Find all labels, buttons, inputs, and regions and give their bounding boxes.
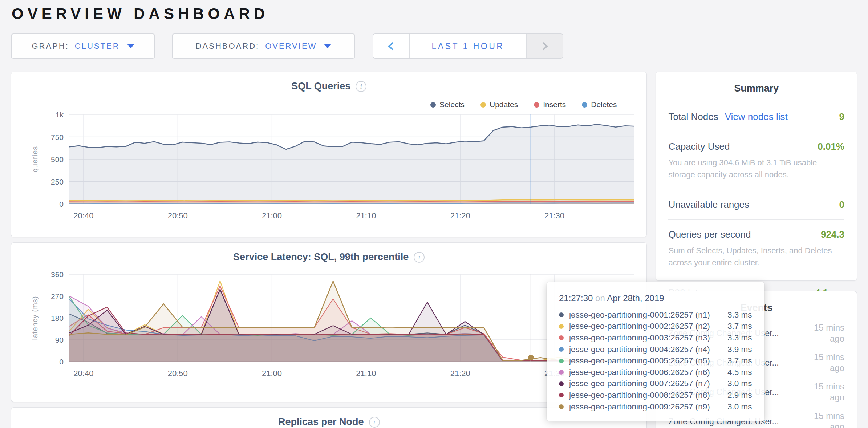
svg-text:20:40: 20:40 [73, 369, 93, 378]
node-latency-value: 2.9 ms [727, 391, 752, 400]
unavailable-ranges-label: Unavailable ranges [668, 199, 749, 210]
svg-text:250: 250 [51, 178, 64, 186]
tooltip-node-row: jesse-geo-partitioning-0001:26257 (n1)3.… [559, 309, 764, 321]
chart-title: Replicas per Node [278, 416, 364, 427]
node-color-dot-icon [559, 381, 564, 386]
svg-text:20:40: 20:40 [73, 211, 93, 220]
chevron-down-icon [127, 44, 134, 48]
svg-text:270: 270 [51, 292, 64, 300]
legend-item[interactable]: Deletes [582, 100, 617, 109]
dashboard-dropdown[interactable]: DASHBOARD: OVERVIEW [172, 33, 355, 59]
legend-item[interactable]: Updates [480, 100, 518, 109]
svg-text:latency (ms): latency (ms) [31, 296, 39, 340]
graph-dropdown-value: CLUSTER [75, 41, 120, 51]
svg-text:20:50: 20:50 [168, 369, 188, 378]
node-color-dot-icon [559, 312, 564, 317]
chevron-right-icon [540, 42, 548, 51]
info-icon[interactable]: i [369, 417, 380, 428]
chart-title: Service Latency: SQL, 99th percentile [233, 251, 409, 262]
time-prev-button[interactable] [373, 34, 410, 58]
controls-bar: GRAPH: CLUSTER DASHBOARD: OVERVIEW LAST … [11, 33, 868, 59]
legend-item[interactable]: Inserts [534, 100, 566, 109]
legend-label: Selects [439, 100, 465, 109]
unavailable-ranges-value: 0 [839, 199, 844, 210]
node-name: jesse-geo-partitioning-0007:26257 (n7) [569, 379, 727, 388]
tooltip-node-row: jesse-geo-partitioning-0006:26257 (n6)4.… [559, 367, 764, 378]
node-latency-value: 3.3 ms [727, 310, 752, 320]
graph-dropdown[interactable]: GRAPH: CLUSTER [11, 33, 155, 59]
sql-queries-chart-card: SQL Queriesi SelectsUpdatesInsertsDelete… [11, 72, 647, 237]
legend-dot-icon [480, 102, 486, 108]
time-window-selector: LAST 1 HOUR [373, 33, 563, 59]
node-color-dot-icon [559, 404, 564, 409]
node-latency-value: 3.3 ms [727, 333, 752, 343]
tooltip-node-row: jesse-geo-partitioning-0002:26257 (n2)3.… [559, 321, 764, 332]
legend-item[interactable]: Selects [430, 100, 465, 109]
node-name: jesse-geo-partitioning-0001:26257 (n1) [569, 310, 727, 320]
queries-per-second-label: Queries per second [668, 229, 751, 240]
sql-queries-legend: SelectsUpdatesInsertsDeletes [430, 100, 617, 109]
event-time: 15 mins ago [797, 411, 844, 428]
dashboard-dropdown-value: OVERVIEW [265, 41, 317, 51]
svg-text:500: 500 [51, 155, 64, 163]
tooltip-node-row: jesse-geo-partitioning-0008:26257 (n8)2.… [559, 389, 764, 401]
svg-text:21:30: 21:30 [544, 211, 564, 220]
node-color-dot-icon [559, 359, 564, 363]
svg-text:queries: queries [31, 146, 39, 173]
svg-text:21:10: 21:10 [356, 369, 376, 378]
time-range-label[interactable]: LAST 1 HOUR [410, 34, 526, 58]
chart-hover-tooltip: 21:27:30 on Apr 28th, 2019 jesse-geo-par… [547, 282, 764, 421]
sql-queries-chart[interactable]: 20:4020:5021:0021:1021:2021:300250500750… [21, 109, 638, 239]
total-nodes-value: 9 [839, 111, 844, 122]
tooltip-time: 21:27:30 [559, 293, 593, 303]
view-nodes-list-link[interactable]: View nodes list [725, 111, 788, 122]
node-name: jesse-geo-partitioning-0004:26257 (n4) [569, 345, 727, 354]
node-name: jesse-geo-partitioning-0006:26257 (n6) [569, 368, 727, 377]
svg-text:1k: 1k [56, 110, 64, 119]
legend-dot-icon [582, 102, 587, 108]
chart-header: SQL Queriesi [11, 72, 646, 92]
capacity-used-description: You are using 304.6 MiB of 3.1 TiB usabl… [668, 157, 844, 181]
svg-text:21:00: 21:00 [262, 211, 282, 220]
service-latency-chart[interactable]: 20:4020:5021:0021:1021:2021:300901802703… [21, 269, 638, 393]
info-icon[interactable]: i [356, 81, 366, 92]
node-color-dot-icon [559, 393, 564, 397]
chart-header: Service Latency: SQL, 99th percentilei [11, 243, 646, 263]
svg-text:90: 90 [55, 336, 64, 344]
legend-dot-icon [534, 102, 539, 108]
time-next-button[interactable] [526, 34, 563, 58]
tooltip-date: Apr 28th, 2019 [607, 293, 664, 303]
svg-text:360: 360 [51, 270, 64, 279]
queries-per-second-description: Sum of Selects, Updates, Inserts, and De… [668, 245, 844, 268]
capacity-used-label: Capacity Used [668, 141, 730, 152]
event-time: 15 mins ago [797, 322, 844, 344]
summary-row-total-nodes: Total Nodes View nodes list 9 [668, 102, 844, 132]
node-latency-value: 3.7 ms [727, 356, 752, 366]
total-nodes-label: Total Nodes [668, 111, 718, 122]
node-color-dot-icon [559, 370, 564, 375]
svg-text:21:00: 21:00 [262, 369, 282, 378]
chevron-down-icon [324, 44, 331, 48]
tooltip-node-row: jesse-geo-partitioning-0004:26257 (n4)3.… [559, 344, 764, 355]
summary-panel: Summary Total Nodes View nodes list 9 Ca… [656, 72, 857, 281]
graph-dropdown-label: GRAPH: [32, 41, 69, 51]
capacity-used-value: 0.01% [818, 141, 844, 152]
node-latency-value: 3.0 ms [727, 379, 752, 388]
summary-row-capacity: Capacity Used 0.01% You are using 304.6 … [668, 132, 844, 190]
node-name: jesse-geo-partitioning-0002:26257 (n2) [569, 322, 727, 331]
svg-text:21:20: 21:20 [450, 211, 470, 220]
node-color-dot-icon [559, 347, 564, 352]
node-color-dot-icon [559, 324, 564, 329]
event-time: 15 mins ago [797, 381, 844, 403]
legend-label: Deletes [591, 100, 617, 109]
svg-text:21:20: 21:20 [450, 369, 470, 378]
summary-title: Summary [668, 83, 844, 94]
info-icon[interactable]: i [414, 252, 425, 263]
chart-title: SQL Queries [291, 81, 350, 92]
dashboard-dropdown-label: DASHBOARD: [196, 41, 259, 51]
node-color-dot-icon [559, 335, 564, 340]
legend-dot-icon [430, 102, 436, 108]
svg-text:180: 180 [51, 314, 64, 322]
legend-label: Inserts [543, 100, 566, 109]
tooltip-node-row: jesse-geo-partitioning-0005:26257 (n5)3.… [559, 355, 764, 367]
